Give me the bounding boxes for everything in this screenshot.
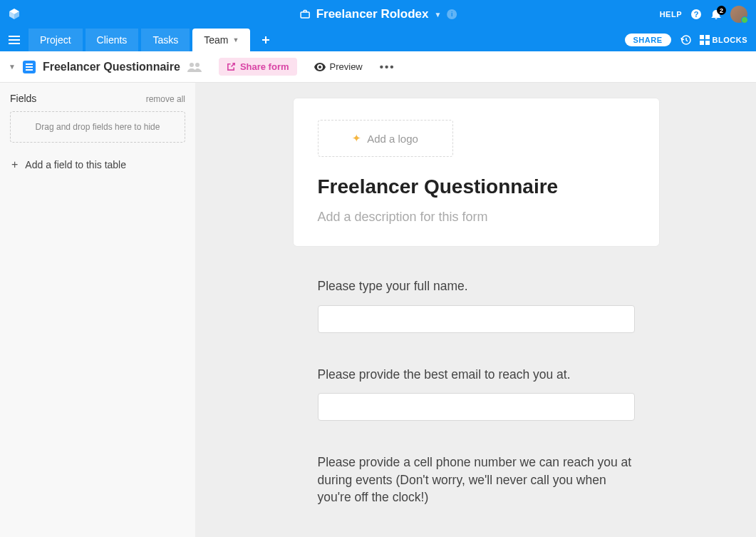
avatar[interactable] — [730, 6, 747, 23]
blocks-button[interactable]: BLOCKS — [700, 35, 747, 45]
text-input[interactable] — [318, 393, 635, 421]
form-header-card[interactable]: ✦ Add a logo Freelancer Questionnaire Ad… — [294, 98, 659, 246]
notifications-icon[interactable]: 2 — [710, 9, 722, 20]
preview-button[interactable]: Preview — [314, 61, 363, 72]
tab-tasks[interactable]: Tasks — [141, 29, 190, 51]
help-icon[interactable]: ? — [690, 9, 702, 20]
info-icon[interactable]: i — [447, 9, 457, 19]
form-icon — [23, 61, 36, 73]
app-logo[interactable] — [0, 7, 29, 21]
chevron-down-icon[interactable]: ▼ — [434, 11, 441, 19]
history-icon[interactable] — [680, 34, 691, 46]
question-label: Please type your full name. — [318, 277, 635, 295]
question-block[interactable]: Please provide the best email to reach y… — [294, 366, 659, 421]
collaborators-icon[interactable] — [187, 62, 202, 72]
share-form-button[interactable]: Share form — [219, 58, 297, 76]
fields-dropzone[interactable]: Drag and drop fields here to hide — [10, 111, 185, 143]
view-title[interactable]: Freelancer Questionnaire — [43, 61, 180, 73]
add-field-button[interactable]: + Add a field to this table — [10, 155, 185, 174]
menu-icon[interactable] — [0, 29, 29, 51]
svg-rect-13 — [705, 35, 710, 39]
svg-rect-12 — [700, 35, 704, 39]
svg-point-18 — [319, 66, 321, 68]
notification-count: 2 — [717, 6, 726, 15]
add-logo-button[interactable]: ✦ Add a logo — [318, 120, 453, 157]
form-canvas: ✦ Add a logo Freelancer Questionnaire Ad… — [196, 83, 756, 537]
plus-icon: + — [11, 158, 18, 171]
help-link[interactable]: HELP — [660, 10, 682, 19]
add-tab-button[interactable] — [256, 29, 276, 51]
remove-all-link[interactable]: remove all — [146, 94, 185, 104]
app-title[interactable]: Freelancer Rolodex — [316, 7, 429, 21]
question-block[interactable]: Please type your full name. — [294, 277, 659, 333]
view-toolbar: ▼ Freelancer Questionnaire Share form Pr… — [0, 51, 756, 83]
fields-label: Fields — [10, 93, 36, 104]
form-description-placeholder[interactable]: Add a description for this form — [318, 210, 635, 225]
text-input[interactable] — [318, 305, 635, 333]
question-label: Please provide a cell phone number we ca… — [318, 454, 635, 506]
tab-team[interactable]: Team▼ — [192, 29, 250, 51]
fields-sidebar: Fields remove all Drag and drop fields h… — [0, 83, 196, 537]
svg-point-16 — [190, 63, 194, 67]
top-bar: Freelancer Rolodex ▼ i HELP ? 2 — [0, 0, 756, 29]
chevron-down-icon[interactable]: ▼ — [232, 36, 239, 44]
svg-rect-14 — [700, 41, 704, 45]
tab-clients[interactable]: Clients — [86, 29, 139, 51]
question-block[interactable]: Please provide a cell phone number we ca… — [294, 454, 659, 506]
question-label: Please provide the best email to reach y… — [318, 366, 635, 384]
svg-text:?: ? — [694, 10, 699, 19]
form-title[interactable]: Freelancer Questionnaire — [318, 175, 635, 198]
svg-point-17 — [195, 63, 200, 67]
tab-project[interactable]: Project — [29, 29, 83, 51]
share-button[interactable]: SHARE — [625, 34, 671, 46]
svg-rect-15 — [705, 41, 710, 45]
collapse-icon[interactable]: ▼ — [9, 63, 16, 71]
sparkle-icon: ✦ — [352, 132, 361, 145]
more-options-button[interactable]: ••• — [380, 61, 395, 73]
tab-bar: Project Clients Tasks Team▼ SHARE BLOCKS — [0, 29, 756, 51]
svg-rect-3 — [301, 12, 309, 18]
briefcase-icon — [299, 9, 311, 20]
